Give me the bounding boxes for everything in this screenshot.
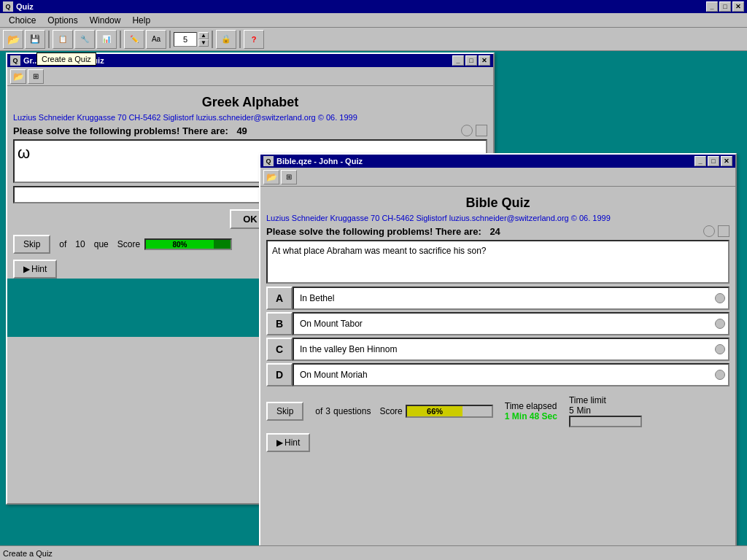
toolbar-sep-2 — [120, 31, 121, 48]
bible-answer-a-radio[interactable] — [715, 293, 725, 303]
menu-help[interactable]: Help — [126, 14, 156, 27]
toolbar-number-input[interactable]: 5 — [174, 32, 197, 47]
bible-questions-count: 3 — [325, 406, 330, 416]
bible-score-label: Score — [379, 406, 402, 416]
bible-time-bar — [569, 416, 642, 427]
bible-answer-b-text: On Mount Tabor — [293, 312, 729, 335]
bible-time-elapsed-area: Time elapsed 1 Min 48 Sec — [505, 401, 557, 421]
toolbar-number-arrows[interactable]: ▲ ▼ — [198, 32, 209, 47]
bible-hint-label: Hint — [285, 438, 300, 448]
greek-circle-btn[interactable] — [461, 125, 473, 136]
status-bar: Create a Quiz — [0, 545, 747, 560]
bible-time-limit-unit: Min — [577, 405, 591, 416]
toolbar-up-arrow[interactable]: ▲ — [198, 32, 209, 39]
bible-hint-triangle: ▶ — [276, 438, 283, 448]
bible-quiz-window: Q Bible.qze - John - Quiz _ □ ✕ 📂 ⊞ Bibl… — [259, 153, 737, 554]
bible-answer-row-a: A In Bethel — [266, 287, 729, 310]
greek-square-btn[interactable] — [476, 125, 487, 136]
app-close-btn[interactable]: ✕ — [732, 1, 744, 12]
bible-quiz-title: Bible Quiz — [266, 195, 729, 211]
bible-hint-btn[interactable]: ▶ Hint — [266, 433, 310, 452]
bible-answer-d-btn[interactable]: D — [266, 363, 293, 386]
greek-problems-count: 49 — [236, 125, 247, 136]
greek-maximize-btn[interactable]: □ — [465, 55, 477, 66]
bible-bottom-controls: Skip of 3 questions Score 66% Time elaps… — [266, 392, 729, 430]
bible-answer-c-btn[interactable]: C — [266, 338, 293, 361]
greek-minimize-btn[interactable]: _ — [452, 55, 464, 66]
greek-hint-label: Hint — [31, 264, 47, 274]
toolbar: 📂 💾 📋 🔧 📊 ✏️ Aa 5 ▲ ▼ 🔒 ? — [0, 28, 747, 51]
greek-grid-btn[interactable]: ⊞ — [28, 69, 44, 84]
bible-open-btn[interactable]: 📂 — [263, 170, 279, 184]
app-maximize-btn[interactable]: □ — [719, 1, 731, 12]
bible-question-text: At what place Abraham was meant to sacri… — [272, 246, 486, 256]
greek-close-btn[interactable]: ✕ — [479, 55, 490, 66]
greek-problems-label: Please solve the following problems! The… — [13, 125, 228, 136]
toolbar-btn5[interactable]: ✏️ — [124, 30, 144, 49]
bible-of-label: of — [315, 406, 322, 416]
bible-close-btn[interactable]: ✕ — [721, 156, 732, 166]
greek-window-icon: Q — [10, 55, 20, 66]
bible-problems-count: 24 — [489, 226, 500, 237]
toolbar-lock-btn[interactable]: 🔒 — [216, 30, 236, 49]
bible-grid-btn[interactable]: ⊞ — [281, 170, 297, 184]
bible-answer-a-btn[interactable]: A — [266, 287, 293, 310]
toolbar-sep-4 — [212, 31, 213, 48]
toolbar-btn3[interactable]: 🔧 — [74, 30, 95, 49]
bible-window-title-bar: Q Bible.qze - John - Quiz _ □ ✕ — [260, 155, 735, 168]
bible-problems-line: Please solve the following problems! The… — [266, 225, 729, 237]
bible-circle-btn[interactable] — [703, 225, 715, 237]
greek-score-area: Score 80% — [117, 238, 232, 250]
toolbar-sep-5 — [239, 31, 241, 48]
toolbar-btn2[interactable]: 📋 — [53, 30, 73, 49]
bible-maximize-btn[interactable]: □ — [708, 156, 719, 166]
bible-problems-label: Please solve the following problems! The… — [266, 226, 481, 237]
bible-window-controls: _ □ ✕ — [694, 156, 732, 166]
bible-time-sec: 48 — [530, 411, 539, 421]
toolbar-help-btn[interactable]: ? — [244, 30, 264, 49]
bible-time-min-label: Min — [512, 411, 527, 421]
bible-answer-d-radio[interactable] — [715, 370, 725, 380]
bible-answer-c-radio[interactable] — [715, 344, 725, 354]
greek-score-bar: 80% — [144, 238, 232, 250]
greek-skip-btn[interactable]: Skip — [13, 235, 50, 254]
greek-hint-btn[interactable]: ▶ Hint — [13, 260, 57, 279]
bible-time-value: 1 Min 48 Sec — [505, 411, 557, 421]
toolbar-sep-1 — [48, 31, 50, 48]
bible-answer-b-btn[interactable]: B — [266, 312, 293, 335]
menu-choice[interactable]: Choice — [3, 14, 42, 27]
bible-square-btn[interactable] — [718, 225, 729, 237]
bible-score-fill: 66% — [407, 406, 463, 416]
toolbar-btn6[interactable]: Aa — [146, 30, 166, 49]
bible-skip-btn[interactable]: Skip — [266, 402, 303, 421]
app-minimize-btn[interactable]: _ — [706, 1, 718, 12]
bible-score-area: of 3 questions Score 66% — [315, 405, 492, 418]
bible-minimize-btn[interactable]: _ — [694, 156, 706, 166]
app-window-controls: _ □ ✕ — [706, 1, 744, 12]
greek-window-controls: _ □ ✕ — [452, 55, 490, 66]
greek-questions-count: 10 — [75, 239, 85, 249]
menu-window[interactable]: Window — [84, 14, 127, 27]
toolbar-down-arrow[interactable]: ▼ — [198, 39, 209, 47]
toolbar-save-btn[interactable]: 💾 — [25, 30, 45, 49]
toolbar-btn4[interactable]: 📊 — [96, 30, 117, 49]
bible-score-bar: 66% — [406, 405, 493, 418]
app-title-bar: Q Quiz _ □ ✕ — [0, 0, 747, 13]
greek-score-label: Score — [117, 239, 140, 249]
greek-open-btn[interactable]: 📂 — [10, 69, 26, 84]
bible-window-icon: Q — [263, 156, 274, 166]
menu-options[interactable]: Options — [42, 14, 83, 27]
toolbar-open-btn[interactable]: 📂 — [3, 30, 23, 49]
greek-author: Luzius Schneider Kruggasse 70 CH-5462 Si… — [13, 113, 487, 122]
bible-answer-a-text: In Bethel — [293, 287, 729, 310]
app-icon: Q — [3, 1, 13, 12]
greek-quiz-title: Greek Alphabet — [13, 95, 487, 110]
greek-problems-line: Please solve the following problems! The… — [13, 125, 487, 136]
bible-answer-b-radio[interactable] — [715, 319, 725, 329]
bible-answer-row-d: D On Mount Moriah — [266, 363, 729, 386]
bible-time-limit-label: Time limit — [569, 395, 606, 405]
bible-time-sec-label: Sec — [542, 411, 557, 421]
bible-answer-row-c: C In the valley Ben Hinnom — [266, 338, 729, 361]
app-title: Quiz — [16, 2, 34, 11]
toolbar-sep-3 — [169, 31, 171, 48]
